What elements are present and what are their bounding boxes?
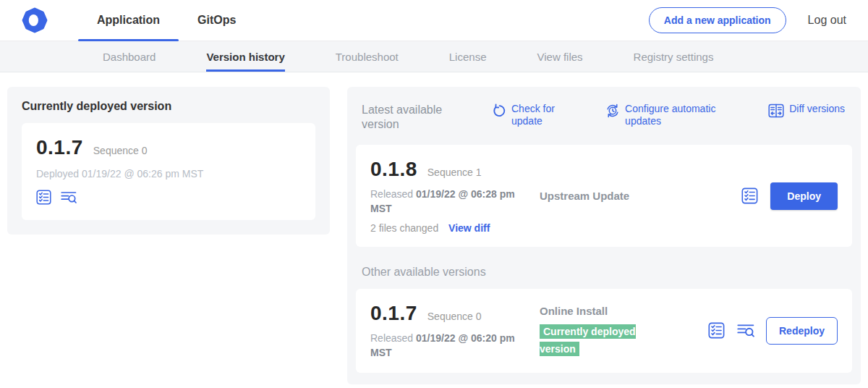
deployed-version-number: 0.1.7 [36, 136, 83, 159]
preflight-checklist-icon[interactable] [708, 322, 726, 340]
other-version-info: 0.1.7 Sequence 0 Released 01/19/22 @ 06:… [370, 302, 535, 360]
app-subnav: Dashboard Version history Troubleshoot L… [0, 41, 868, 72]
subnav-registry-settings-label: Registry settings [634, 51, 714, 63]
redeploy-button[interactable]: Redeploy [766, 317, 838, 345]
main-content: Currently deployed version 0.1.7 Sequenc… [0, 72, 868, 388]
currently-deployed-badge: Currently deployed version [540, 324, 636, 356]
tab-gitops[interactable]: GitOps [179, 0, 255, 41]
preflight-checklist-icon[interactable] [36, 190, 52, 206]
other-version-source: Online Install Currently deployed versio… [535, 305, 708, 357]
deploy-button[interactable]: Deploy [770, 182, 838, 210]
latest-released-timestamp: Released 01/19/22 @ 06:28 pm MST [370, 187, 524, 216]
subnav-license[interactable]: License [449, 41, 487, 72]
latest-version-card: 0.1.8 Sequence 1 Released 01/19/22 @ 06:… [356, 145, 852, 247]
released-label: Released [370, 188, 413, 200]
configure-automatic-updates-label: Configure automatic updates [625, 103, 726, 127]
configure-automatic-updates-action[interactable]: Configure automatic updates [605, 103, 726, 127]
check-for-update-action[interactable]: Check for update [492, 103, 563, 127]
other-sequence: Sequence 0 [427, 311, 482, 322]
latest-version-source: Upstream Update [535, 190, 741, 202]
subnav-dashboard-label: Dashboard [103, 51, 156, 63]
latest-version-number: 0.1.8 [370, 158, 417, 181]
deployed-timestamp: Deployed 01/19/22 @ 06:26 pm MST [36, 168, 301, 180]
available-panel-header: Latest available version Check for updat… [356, 97, 852, 145]
subnav-registry-settings[interactable]: Registry settings [634, 41, 714, 72]
released-label: Released [370, 332, 413, 344]
file-search-icon[interactable] [737, 323, 754, 339]
latest-available-title: Latest available version [362, 103, 457, 132]
panel-actions: Check for update Configure automatic upd… [457, 103, 845, 127]
latest-version-info: 0.1.8 Sequence 1 Released 01/19/22 @ 06:… [370, 158, 535, 234]
latest-version-row: 0.1.8 Sequence 1 [370, 158, 535, 181]
subnav-license-label: License [449, 51, 487, 63]
subnav-view-files[interactable]: View files [537, 41, 582, 72]
other-version-card: 0.1.7 Sequence 0 Released 01/19/22 @ 06:… [356, 289, 852, 373]
deployed-version-row: 0.1.7 Sequence 0 [36, 136, 301, 159]
files-changed-row: 2 files changed View diff [370, 222, 535, 234]
file-search-icon[interactable] [61, 190, 77, 205]
kots-logo-icon [22, 7, 48, 33]
latest-sequence: Sequence 1 [427, 166, 482, 178]
latest-version-actions: Deploy [741, 182, 838, 210]
currently-deployed-title: Currently deployed version [22, 100, 315, 113]
add-application-button[interactable]: Add a new application [649, 7, 786, 33]
tab-application-label: Application [97, 14, 160, 27]
other-version-actions: Redeploy [708, 317, 838, 345]
deployed-icon-row [36, 190, 301, 206]
available-versions-panel: Latest available version Check for updat… [347, 87, 861, 384]
other-available-versions-title: Other available versions [362, 266, 845, 279]
other-version-number: 0.1.7 [370, 302, 417, 325]
diff-versions-label: Diff versions [789, 103, 845, 115]
currently-deployed-panel: Currently deployed version 0.1.7 Sequenc… [7, 87, 330, 235]
top-header: Application GitOps Add a new application… [0, 0, 868, 41]
preflight-checklist-icon[interactable] [741, 187, 759, 205]
top-tabs: Application GitOps [78, 0, 255, 41]
check-for-update-label: Check for update [511, 103, 563, 127]
schedule-icon [605, 104, 620, 118]
other-released-timestamp: Released 01/19/22 @ 06:20 pm MST [370, 332, 524, 360]
subnav-dashboard[interactable]: Dashboard [103, 41, 156, 72]
view-diff-link[interactable]: View diff [448, 222, 490, 234]
files-changed-text: 2 files changed [370, 222, 438, 234]
other-version-row: 0.1.7 Sequence 0 [370, 302, 535, 325]
refresh-icon [492, 104, 506, 118]
install-type-text: Online Install [540, 305, 708, 317]
diff-icon [768, 104, 784, 118]
subnav-version-history-label: Version history [206, 51, 284, 63]
subnav-view-files-label: View files [537, 51, 582, 63]
deployed-badge-wrap: Currently deployed version [540, 323, 661, 357]
deployed-version-card: 0.1.7 Sequence 0 Deployed 01/19/22 @ 06:… [22, 123, 315, 220]
app-logo [22, 0, 48, 41]
deployed-sequence: Sequence 0 [93, 145, 148, 156]
subnav-version-history[interactable]: Version history [206, 41, 284, 72]
logout-link[interactable]: Log out [808, 14, 846, 27]
subnav-troubleshoot[interactable]: Troubleshoot [336, 41, 399, 72]
tab-application[interactable]: Application [78, 0, 179, 41]
header-right: Add a new application Log out [649, 0, 846, 41]
diff-versions-action[interactable]: Diff versions [768, 103, 845, 127]
tab-gitops-label: GitOps [197, 14, 236, 27]
subnav-troubleshoot-label: Troubleshoot [336, 51, 399, 63]
